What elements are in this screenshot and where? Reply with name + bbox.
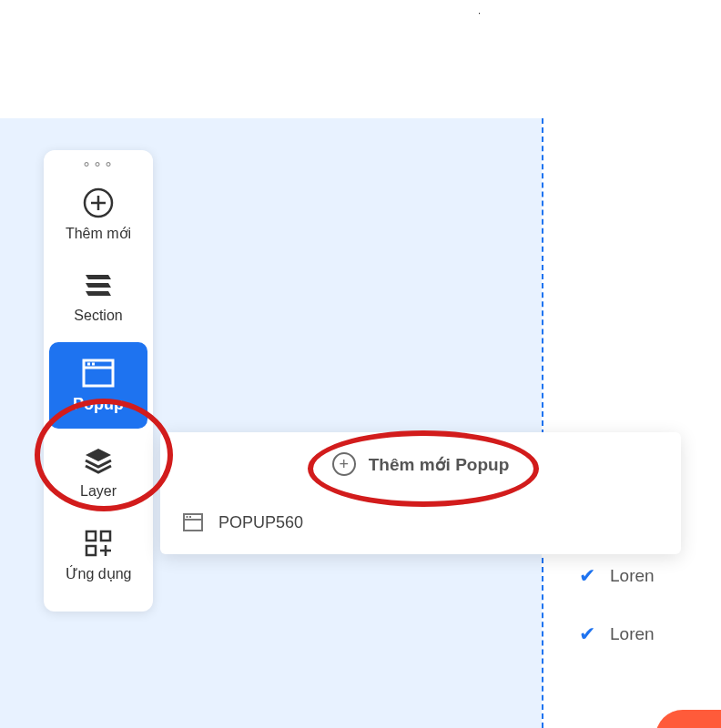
sidebar-item-label: Layer — [80, 483, 117, 500]
stray-dot: · — [478, 7, 481, 18]
sidebar-item-label: Popup — [73, 395, 124, 414]
check-icon: ✔ — [579, 622, 595, 646]
add-popup-button[interactable]: + Thêm mới Popup — [160, 432, 681, 496]
popup-item-name: POPUP560 — [218, 513, 303, 532]
cta-button-partial[interactable] — [655, 710, 721, 728]
svg-rect-14 — [187, 516, 188, 518]
add-popup-label: Thêm mới Popup — [369, 454, 510, 475]
dashed-divider — [542, 118, 543, 728]
layers-icon — [80, 445, 117, 478]
list-item-text: Loren — [610, 624, 655, 644]
toolbar-sidebar: ∘∘∘ Thêm mới Section — [44, 150, 153, 612]
svg-rect-5 — [87, 363, 90, 366]
plus-circle-icon — [80, 187, 117, 219]
svg-rect-9 — [86, 546, 96, 555]
sidebar-item-layer[interactable]: Layer — [44, 432, 153, 514]
popup-window-icon — [182, 512, 204, 532]
sidebar-drag-handle[interactable]: ∘∘∘ — [44, 161, 153, 174]
apps-grid-icon — [80, 527, 117, 560]
popup-flyout-panel: + Thêm mới Popup POPUP560 — [160, 432, 681, 554]
plus-circle-icon: + — [332, 452, 356, 476]
svg-rect-6 — [92, 363, 95, 366]
check-icon: ✔ — [579, 564, 595, 588]
section-icon — [80, 269, 117, 302]
sidebar-item-label: Section — [74, 308, 122, 324]
svg-rect-7 — [86, 531, 96, 541]
sidebar-item-label: Thêm mới — [66, 225, 131, 242]
popup-window-icon — [80, 357, 117, 389]
svg-rect-15 — [189, 516, 191, 518]
svg-rect-8 — [101, 531, 110, 541]
sidebar-item-apps[interactable]: Ứng dụng — [44, 514, 153, 597]
sidebar-item-popup[interactable]: Popup — [49, 342, 147, 429]
list-item-text: Loren — [610, 566, 655, 586]
sidebar-item-add-new[interactable]: Thêm mới — [44, 174, 153, 257]
list-item: ✔ Loren — [579, 564, 655, 588]
list-item: ✔ Loren — [579, 622, 655, 646]
sidebar-item-label: Ứng dụng — [66, 565, 132, 582]
sidebar-item-section[interactable]: Section — [44, 257, 153, 339]
popup-list-item[interactable]: POPUP560 — [160, 496, 681, 554]
